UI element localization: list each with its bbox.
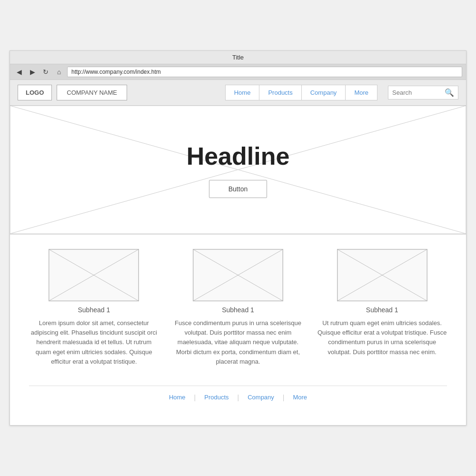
company-name: COMPANY NAME	[67, 89, 117, 96]
title-bar: Title	[10, 51, 466, 64]
logo-label: LOGO	[26, 89, 44, 96]
nav-link-products[interactable]: Products	[259, 85, 301, 100]
back-icon: ◀	[17, 68, 22, 76]
card-text-2: Fusce condimentum purus in urna sceleris…	[173, 318, 303, 367]
card-subhead-3: Subhead 1	[366, 306, 398, 314]
card-text-3: Ut rutrum quam eget enim ultricies sodal…	[317, 318, 447, 357]
logo-box: LOGO	[18, 85, 52, 100]
card-1: Subhead 1 Lorem ipsum dolor sit amet, co…	[29, 249, 159, 367]
nav-link-company[interactable]: Company	[301, 85, 346, 100]
footer-link-more[interactable]: More	[284, 394, 316, 401]
search-input[interactable]	[392, 89, 445, 96]
card-subhead-1: Subhead 1	[78, 306, 110, 314]
card-image-3	[337, 249, 427, 301]
content-section: Subhead 1 Lorem ipsum dolor sit amet, co…	[10, 234, 466, 425]
address-bar: ◀ ▶ ↻ ⌂	[10, 64, 466, 80]
footer-nav: Home | Products | Company | More	[29, 386, 447, 406]
forward-icon: ▶	[30, 68, 35, 76]
card-text-1: Lorem ipsum dolor sit amet, consectetur …	[29, 318, 159, 367]
refresh-icon: ↻	[43, 68, 49, 76]
card-subhead-2: Subhead 1	[222, 306, 254, 314]
search-box: 🔍	[388, 86, 458, 99]
hero-content: Headline Button	[187, 142, 290, 198]
footer-link-products[interactable]: Products	[196, 394, 237, 401]
card-image-2	[193, 249, 283, 301]
nav-link-home[interactable]: Home	[225, 85, 259, 100]
company-name-box: COMPANY NAME	[57, 85, 127, 100]
forward-button[interactable]: ▶	[27, 67, 38, 77]
page-title: Title	[232, 54, 244, 61]
card-2: Subhead 1 Fusce condimentum purus in urn…	[173, 249, 303, 367]
search-icon[interactable]: 🔍	[445, 88, 454, 97]
footer-link-home[interactable]: Home	[160, 394, 194, 401]
nav-link-more[interactable]: More	[345, 85, 377, 100]
home-button[interactable]: ⌂	[54, 67, 64, 77]
hero-button[interactable]: Button	[209, 180, 267, 198]
card-image-1	[49, 249, 139, 301]
header-nav: Home Products Company More	[225, 85, 377, 100]
hero-section: Headline Button	[10, 106, 466, 234]
card-3: Subhead 1 Ut rutrum quam eget enim ultri…	[317, 249, 447, 367]
hero-headline: Headline	[187, 142, 290, 170]
url-input[interactable]	[67, 67, 462, 77]
cards-grid: Subhead 1 Lorem ipsum dolor sit amet, co…	[29, 249, 447, 367]
site-header: LOGO COMPANY NAME Home Products Company …	[10, 80, 466, 106]
browser-window: Title ◀ ▶ ↻ ⌂ LOGO COMPANY NAME Home Pro…	[10, 50, 466, 426]
back-button[interactable]: ◀	[14, 67, 24, 77]
footer-link-company[interactable]: Company	[239, 394, 283, 401]
home-icon: ⌂	[57, 68, 61, 76]
refresh-button[interactable]: ↻	[40, 67, 51, 77]
